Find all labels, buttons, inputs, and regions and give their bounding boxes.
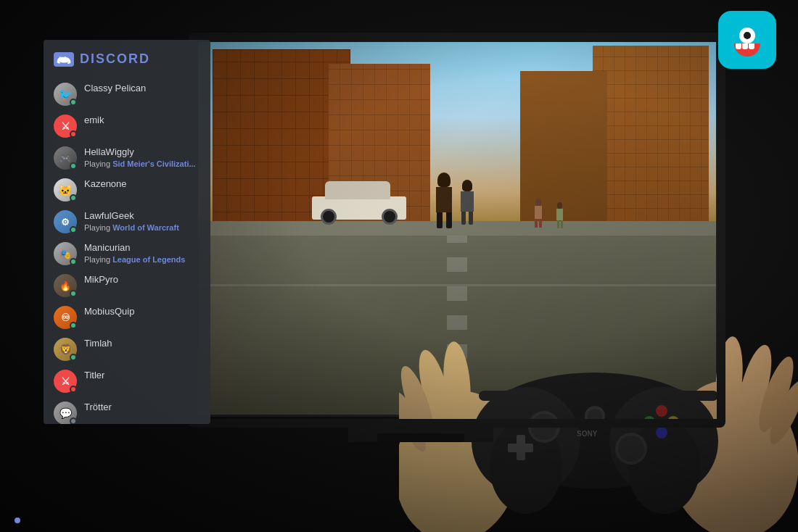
username-mobiusquip: MobiusQuip xyxy=(84,306,134,318)
user-item-titler[interactable]: ⚔ Titler xyxy=(49,365,205,397)
svg-rect-29 xyxy=(675,391,718,401)
svg-point-16 xyxy=(531,414,557,440)
user-activity-manicurian: Playing League of Legends xyxy=(84,254,185,265)
status-dot-mikpyro xyxy=(70,290,77,297)
user-info-hellawiggly: HellaWiggly Playing Sid Meier's Civiliza… xyxy=(84,146,196,169)
user-info-mobiusquip: MobiusQuip xyxy=(84,306,134,318)
username-emik: emik xyxy=(84,115,104,127)
user-item-hellawiggly[interactable]: 🎮 HellaWiggly Playing Sid Meier's Civili… xyxy=(49,142,205,174)
discord-header: DISCORD xyxy=(44,40,210,78)
username-classy-pelican: Classy Pelican xyxy=(84,83,146,95)
streamme-pupil xyxy=(744,32,751,39)
avatar-container-mobiusquip: ♾ xyxy=(54,306,77,329)
user-info-titler: Titler xyxy=(84,370,104,382)
svg-point-24 xyxy=(667,416,679,428)
svg-point-31 xyxy=(588,409,602,423)
discord-logo-icon xyxy=(54,52,74,67)
svg-point-23 xyxy=(656,427,667,439)
avatar-container-titler: ⚔ xyxy=(54,370,77,393)
user-info-lawfulgeek: LawfulGeek Playing World of Warcraft xyxy=(84,210,179,233)
avatar-container-lawfulgeek: ⚙ xyxy=(54,210,77,233)
username-titler: Titler xyxy=(84,370,104,382)
user-item-emik[interactable]: ⚔ emik xyxy=(49,110,205,142)
user-info-mikpyro: MikPyro xyxy=(84,274,118,286)
status-dot-emik xyxy=(70,130,77,138)
user-item-manicurian[interactable]: 🎭 Manicurian Playing League of Legends xyxy=(49,238,205,270)
svg-point-21 xyxy=(643,416,655,428)
svg-point-22 xyxy=(656,405,667,417)
status-dot-timlah xyxy=(70,354,77,361)
status-dot-classy-pelican xyxy=(70,99,77,106)
status-dot-kazenone xyxy=(70,194,77,201)
status-dot-manicurian xyxy=(70,258,77,265)
discord-panel: DISCORD 🐦 Classy Pelican ⚔ emik xyxy=(44,40,210,424)
user-item-mikpyro[interactable]: 🔥 MikPyro xyxy=(49,270,205,302)
username-trotter: Trötter xyxy=(84,402,112,414)
user-item-timlah[interactable]: 🦁 Timlah xyxy=(49,333,205,365)
status-dot-trotter xyxy=(70,417,77,424)
svg-point-18 xyxy=(618,436,644,462)
user-activity-lawfulgeek: Playing World of Warcraft xyxy=(84,223,179,233)
status-dot-mobiusquip xyxy=(70,322,77,329)
user-item-classy-pelican[interactable]: 🐦 Classy Pelican xyxy=(49,78,205,110)
avatar-container-timlah: 🦁 xyxy=(54,338,77,361)
avatar-container-trotter: 💬 xyxy=(54,402,77,424)
username-mikpyro: MikPyro xyxy=(84,274,118,286)
user-item-mobiusquip[interactable]: ♾ MobiusQuip xyxy=(49,302,205,333)
username-timlah: Timlah xyxy=(84,338,112,350)
streamme-logo[interactable] xyxy=(718,11,776,69)
avatar-container-mikpyro: 🔥 xyxy=(54,274,77,297)
status-dot-hellawiggly xyxy=(70,162,77,170)
discord-wordmark: DISCORD xyxy=(80,51,150,67)
svg-point-33 xyxy=(60,59,62,61)
svg-rect-20 xyxy=(517,435,525,460)
user-item-trotter[interactable]: 💬 Trötter xyxy=(49,397,205,424)
streamme-teeth xyxy=(734,43,756,49)
username-manicurian: Manicurian xyxy=(84,242,185,254)
discord-users-list: 🐦 Classy Pelican ⚔ emik 🎮 Hel xyxy=(44,78,210,424)
tooth-3 xyxy=(749,43,754,49)
status-dot-lawfulgeek xyxy=(70,226,77,233)
tooth-2 xyxy=(742,43,748,49)
discord-indicator-dot xyxy=(15,518,20,523)
user-info-classy-pelican: Classy Pelican xyxy=(84,83,146,95)
user-info-emik: emik xyxy=(84,115,104,127)
tooth-1 xyxy=(736,43,741,49)
avatar-container-hellawiggly: 🎮 xyxy=(54,146,77,170)
avatar-container-emik: ⚔ xyxy=(54,115,77,138)
avatar-container-kazenone: 🐱 xyxy=(54,178,77,201)
username-hellawiggly: HellaWiggly xyxy=(84,146,196,159)
tv-stand xyxy=(348,420,493,442)
streamme-mouth xyxy=(734,43,760,57)
user-info-manicurian: Manicurian Playing League of Legends xyxy=(84,242,185,265)
controller-hands: SONY xyxy=(399,257,798,532)
streamme-eye xyxy=(739,28,755,43)
svg-point-34 xyxy=(65,59,67,61)
svg-rect-26 xyxy=(577,422,588,426)
user-activity-hellawiggly: Playing Sid Meier's Civilizati... xyxy=(84,159,196,169)
username-lawfulgeek: LawfulGeek xyxy=(84,210,179,223)
user-info-kazenone: Kazenone xyxy=(84,178,127,191)
user-info-timlah: Timlah xyxy=(84,338,112,350)
svg-rect-28 xyxy=(479,391,522,401)
avatar-container-manicurian: 🎭 xyxy=(54,242,77,265)
streamme-face xyxy=(729,22,765,58)
avatar-container-classy-pelican: 🐦 xyxy=(54,83,77,106)
user-info-trotter: Trötter xyxy=(84,402,112,414)
status-dot-titler xyxy=(70,386,77,393)
username-kazenone: Kazenone xyxy=(84,178,127,191)
user-item-kazenone[interactable]: 🐱 Kazenone xyxy=(49,174,205,206)
svg-text:SONY: SONY xyxy=(577,430,598,438)
user-item-lawfulgeek[interactable]: ⚙ LawfulGeek Playing World of Warcraft xyxy=(49,206,205,238)
